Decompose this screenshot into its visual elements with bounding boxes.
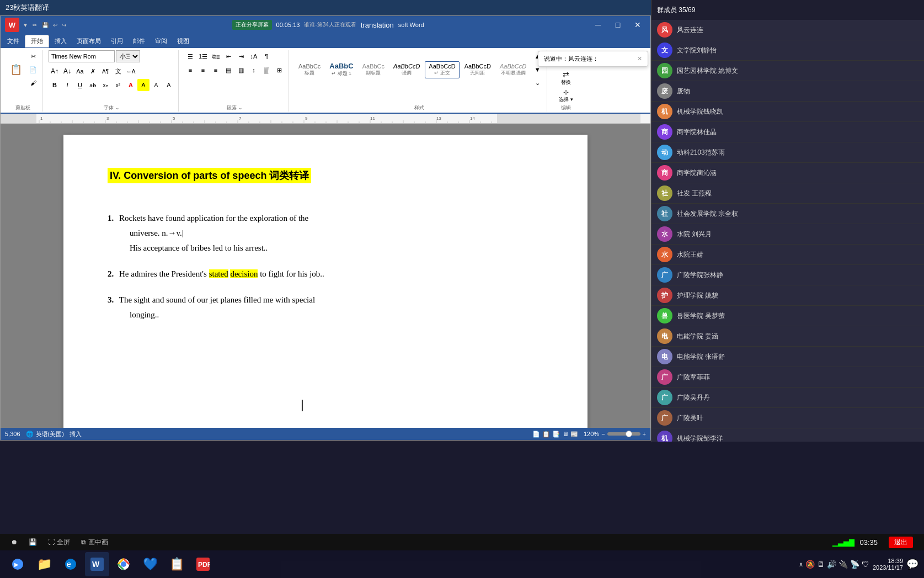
sort-button[interactable]: ↕A — [248, 50, 260, 62]
font-extra1[interactable]: A¶ — [99, 65, 111, 77]
view-icon-1[interactable]: 📄 — [532, 431, 540, 438]
paste-button[interactable]: 📋 — [6, 60, 26, 79]
increase-indent-button[interactable]: ⇥ — [235, 50, 247, 62]
clear-format-button[interactable]: ✗ — [87, 65, 99, 77]
line-spacing-button[interactable]: ↕ — [248, 64, 260, 76]
font-shrink-button[interactable]: A↓ — [61, 65, 73, 77]
phonetic-button[interactable]: 文 — [112, 65, 124, 77]
zoom-slider[interactable] — [607, 432, 640, 436]
tab-view[interactable]: 视图 — [173, 36, 194, 46]
pip-button[interactable]: ⧉ 画中画 — [81, 538, 108, 547]
edge-button[interactable]: e — [58, 552, 83, 576]
tab-review[interactable]: 审阅 — [151, 36, 172, 46]
member-item[interactable]: 风 风云连连 — [651, 20, 924, 40]
member-item[interactable]: 商 商学院蔺沁涵 — [651, 163, 924, 183]
align-left-button[interactable]: ≡ — [184, 64, 196, 76]
strikethrough-button[interactable]: ab̶ — [87, 79, 99, 91]
copy-button[interactable]: 📄 — [27, 63, 39, 76]
show-marks-button[interactable]: ¶ — [260, 50, 273, 62]
font-size-select[interactable]: 小三 四号 — [116, 50, 140, 62]
tab-mail[interactable]: 邮件 — [129, 36, 149, 46]
underline-button[interactable]: U — [74, 79, 86, 91]
document-area[interactable]: IV. Conversion of parts of speech 词类转译 1… — [1, 124, 650, 428]
char-spacing-button[interactable]: ↔A — [125, 65, 137, 77]
replace-button[interactable]: ⇄ 替换 — [561, 70, 571, 86]
subscript-button[interactable]: x₂ — [99, 79, 111, 91]
bold-button[interactable]: B — [49, 79, 61, 91]
text-effect-button[interactable]: A — [163, 79, 175, 91]
member-item[interactable]: 机 机械学院钱晓凯 — [651, 102, 924, 122]
borders-button[interactable]: ⊞ — [273, 64, 285, 76]
record-button[interactable]: ⏺ — [11, 538, 18, 546]
numbering-button[interactable]: 1☰ — [197, 50, 209, 62]
tab-layout[interactable]: 页面布局 — [72, 36, 105, 46]
cut-button[interactable]: ✂ — [27, 50, 39, 62]
notify-close-button[interactable]: ✕ — [637, 55, 642, 62]
view-icon-5[interactable]: 📰 — [570, 431, 578, 438]
highlight-button[interactable]: A — [137, 79, 149, 91]
member-item[interactable]: 水 水院王婧 — [651, 245, 924, 265]
close-button[interactable]: ✕ — [629, 19, 646, 30]
view-icon-4[interactable]: 🖥 — [562, 431, 568, 437]
tab-home[interactable]: 开始 — [25, 35, 49, 47]
member-item[interactable]: 电 电能学院 姜涵 — [651, 326, 924, 347]
member-item[interactable]: 动 动科2103范苏雨 — [651, 142, 924, 163]
format-painter-button[interactable]: 🖌 — [27, 77, 39, 89]
member-item[interactable]: 水 水院 刘兴月 — [651, 224, 924, 245]
member-item[interactable]: 广 广陵学院张林静 — [651, 265, 924, 285]
restore-button[interactable]: □ — [610, 19, 626, 30]
styles-more[interactable]: ⌄ — [531, 77, 543, 89]
member-item[interactable]: 广 广陵覃菲菲 — [651, 367, 924, 388]
minimize-button[interactable]: ─ — [590, 19, 606, 30]
member-item[interactable]: 电 电能学院 张语舒 — [651, 347, 924, 367]
font-color-button[interactable]: A — [125, 79, 137, 91]
style-emphasis[interactable]: AaBbCcD 强调 — [389, 61, 424, 78]
style-heading[interactable]: AaBbCc 标题 — [295, 61, 324, 78]
superscript-button[interactable]: x² — [112, 79, 124, 91]
member-item[interactable]: 兽 兽医学院 吴梦萤 — [651, 306, 924, 326]
font-grow-button[interactable]: A↑ — [49, 65, 61, 77]
save-button[interactable]: 💾 — [29, 538, 37, 546]
style-normal[interactable]: AaBbCcD ↵ 正文 — [425, 61, 459, 78]
view-icon-2[interactable]: 📋 — [542, 431, 550, 438]
decrease-indent-button[interactable]: ⇤ — [222, 50, 234, 62]
member-item[interactable]: 园 园艺园林学院 姚博文 — [651, 61, 924, 81]
app7-button[interactable]: PDF — [191, 552, 215, 576]
fullscreen-button[interactable]: ⛶ 全屏 — [48, 538, 70, 547]
italic-button[interactable]: I — [61, 79, 73, 91]
notification-bell[interactable]: 💬 — [906, 558, 918, 570]
shading-button[interactable]: ▒ — [260, 64, 273, 76]
member-item[interactable]: 机 机械学院邹李洋 — [651, 428, 924, 442]
zoom-in-button[interactable]: + — [643, 431, 646, 437]
font-name-input[interactable]: Times New Rom — [49, 50, 115, 62]
word-button[interactable]: W — [85, 552, 109, 576]
view-icon-3[interactable]: 📑 — [552, 431, 560, 438]
tab-insert[interactable]: 插入 — [50, 36, 71, 46]
member-item[interactable]: 商 商学院林佳晶 — [651, 122, 924, 142]
member-item[interactable]: 护 护理学院 姚貌 — [651, 285, 924, 306]
files-button[interactable]: 📁 — [32, 552, 56, 576]
justify-button[interactable]: ▤ — [222, 64, 234, 76]
columns-button[interactable]: ▥ — [235, 64, 247, 76]
text-outline-button[interactable]: A — [150, 79, 162, 91]
member-item[interactable]: 社 社会发展学院 宗全权 — [651, 204, 924, 224]
start-button[interactable]: ▶ — [6, 552, 30, 576]
chrome-button[interactable] — [111, 552, 136, 576]
member-item[interactable]: 废 废物 — [651, 81, 924, 102]
change-case-button[interactable]: Aa — [74, 65, 86, 77]
app6-button[interactable]: 📋 — [164, 552, 189, 576]
member-item[interactable]: 广 广陵吴叶 — [651, 408, 924, 428]
multilevel-button[interactable]: ⧉☰ — [210, 50, 222, 62]
select-button[interactable]: ⊹ 选择 ▾ — [559, 88, 573, 103]
member-item[interactable]: 社 社发 王燕程 — [651, 183, 924, 204]
tab-file[interactable]: 文件 — [3, 36, 24, 46]
style-subtle-emphasis[interactable]: AaBbCcD 不明显强调 — [496, 61, 530, 78]
style-no-space[interactable]: AaBbCcD 无间距 — [461, 61, 495, 78]
style-subtitle[interactable]: AaBbCc 副标题 — [359, 61, 388, 78]
align-center-button[interactable]: ≡ — [197, 64, 209, 76]
tab-references[interactable]: 引用 — [106, 36, 127, 46]
style-heading1[interactable]: AaBbC ↵ 标题 1 — [325, 60, 357, 79]
member-item[interactable]: 广 广陵吴丹丹 — [651, 388, 924, 408]
bullets-button[interactable]: ☰ — [184, 50, 196, 62]
zoom-out-button[interactable]: − — [601, 431, 605, 437]
